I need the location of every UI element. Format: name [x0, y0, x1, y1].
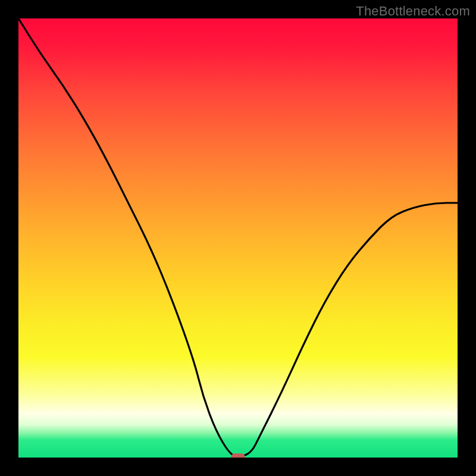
optimal-point-marker	[231, 453, 245, 458]
curve-layer	[18, 18, 458, 458]
chart-frame: TheBottleneck.com	[0, 0, 476, 476]
plot-area	[18, 18, 458, 458]
watermark-text: TheBottleneck.com	[356, 4, 470, 19]
bottleneck-curve	[18, 18, 458, 456]
